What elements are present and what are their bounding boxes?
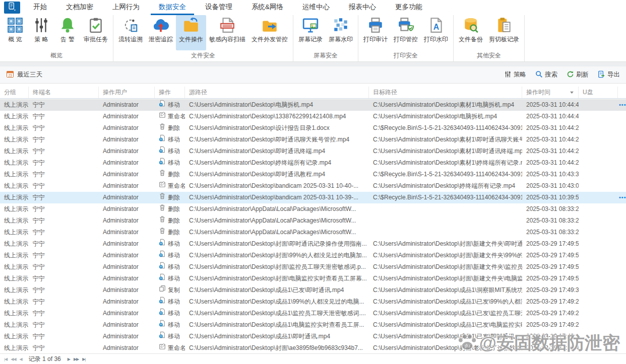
operation-label: 重命名 <box>168 342 185 354</box>
table-row-1[interactable]: 线上演示宁宁Administrator移动C:\Users\Administra… <box>0 99 626 111</box>
table-row-4[interactable]: 线上演示宁宁Administrator移动C:\Users\Administra… <box>0 134 626 145</box>
ribbon-item[interactable]: 泄密追踪 <box>146 15 176 50</box>
ribbon-item[interactable]: 敏感内容扫描 <box>206 15 248 50</box>
row-actions-ellipsis <box>618 261 626 273</box>
user-cell: Administrator <box>99 192 155 203</box>
table-row-2[interactable]: 线上演示宁宁Administrator重命名C:\Users\Administr… <box>0 111 626 122</box>
table-row-8[interactable]: 线上演示宁宁Administrator重命名C:\Users\Administr… <box>0 180 626 192</box>
tab-5[interactable]: 设备管理 <box>197 0 240 15</box>
ribbon-item[interactable]: A打印水印 <box>421 15 451 50</box>
column-header-label: 目标路径 <box>373 88 397 97</box>
file-operations-icon <box>182 17 200 34</box>
first-page-icon[interactable]: |◀ <box>4 357 7 361</box>
table-row-3[interactable]: 线上演示宁宁Administrator删除C:\Users\Administra… <box>0 122 626 134</box>
target-path-cell: C:\Users\Administrator\Desktop\封面\新建文件夹\… <box>369 238 522 250</box>
user-cell: Administrator <box>99 284 155 296</box>
ribbon-item[interactable]: 流转追溯 <box>115 15 146 50</box>
user-cell: Administrator <box>99 227 155 238</box>
operation-cell: 移动 <box>155 99 185 111</box>
fast-prev-icon[interactable]: ◀◀ <box>11 357 16 361</box>
ribbon-item[interactable]: 文件备份 <box>456 15 486 50</box>
source-path-cell: C:\Users\Administrator\Desktop\成品1\已发\即时… <box>185 284 369 296</box>
ribbon-item[interactable]: 审批任务 <box>81 15 111 50</box>
row-actions-ellipsis[interactable]: ••• <box>618 192 626 203</box>
table-row-14[interactable]: 线上演示宁宁Administrator移动C:\Users\Administra… <box>0 250 626 261</box>
table-row-20[interactable]: 线上演示宁宁Administrator移动C:\Users\Administra… <box>0 319 626 331</box>
search-button[interactable]: 搜索 <box>535 70 557 80</box>
tab-2[interactable]: 文档加密 <box>58 0 101 15</box>
table-row-21[interactable]: 线上演示宁宁Administrator移动C:\Users\Administra… <box>0 331 626 342</box>
date-range-filter[interactable]: 23 最近三天 <box>6 70 42 80</box>
table-row-12[interactable]: 线上演示宁宁Administrator删除C:\Users\Administra… <box>0 227 626 238</box>
ribbon-item[interactable]: 告 警 <box>54 15 81 50</box>
delete-icon <box>159 122 166 134</box>
source-path-cell: C:\Users\Administrator\Desktop\即时通讯终端.mp… <box>185 145 369 157</box>
table-row-22[interactable]: 线上演示宁宁Administrator重命名C:\Users\Administr… <box>0 342 626 354</box>
usb-cell <box>579 308 618 319</box>
row-actions-ellipsis <box>618 284 626 296</box>
policy-button[interactable]: 策略 <box>504 70 526 80</box>
ribbon-group-label: 概览 <box>2 50 111 62</box>
ribbon-item[interactable]: 概 览 <box>2 15 28 50</box>
column-header-6[interactable]: 目标路径 <box>369 87 522 98</box>
tab-4[interactable]: 数据安全 <box>151 0 194 15</box>
tab-6[interactable]: 系统&网络 <box>243 0 291 15</box>
tab-1[interactable]: 开始 <box>25 0 55 15</box>
ribbon-item[interactable]: 策 略 <box>28 15 54 50</box>
ribbon-item[interactable]: 文件外发管控 <box>248 15 291 50</box>
table-row-5[interactable]: 线上演示宁宁Administrator移动C:\Users\Administra… <box>0 145 626 157</box>
user-cell: Administrator <box>99 261 155 273</box>
prev-page-icon[interactable]: ◀ <box>20 357 22 361</box>
table-row-10[interactable]: 线上演示宁宁Administrator删除C:\Users\Administra… <box>0 203 626 215</box>
table-row-9[interactable]: 线上演示宁宁Administrator删除C:\Users\Administra… <box>0 192 626 203</box>
column-header-8[interactable]: U盘 <box>579 87 618 98</box>
source-path-cell: C:\Users\Administrator\Desktop\133876229… <box>185 111 369 122</box>
table-row-15[interactable]: 线上演示宁宁Administrator移动C:\Users\Administra… <box>0 261 626 273</box>
time-cell: 2025-03-31 08:33:22 <box>522 215 579 227</box>
ribbon-item-label: 流转追溯 <box>118 35 143 44</box>
ribbon-item[interactable]: 文件操作 <box>176 15 206 50</box>
tab-3[interactable]: 上网行为 <box>104 0 148 15</box>
ribbon-item[interactable]: 屏幕水印 <box>326 15 356 50</box>
table-row-16[interactable]: 线上演示宁宁Administrator移动C:\Users\Administra… <box>0 273 626 284</box>
table-row-7[interactable]: 线上演示宁宁Administrator删除C:\Users\Administra… <box>0 169 626 180</box>
usb-cell <box>579 250 618 261</box>
refresh-button[interactable]: 刷新 <box>567 70 589 80</box>
table-row-18[interactable]: 线上演示宁宁Administrator移动C:\Users\Administra… <box>0 296 626 308</box>
ribbon-item[interactable]: 打印管控 <box>391 15 421 50</box>
column-header-5[interactable]: 源路径 <box>185 87 369 98</box>
source-path-cell: C:\Users\Administrator\Desktop\成品1\电脑监控实… <box>185 319 369 331</box>
column-header-7[interactable]: 操作时间 <box>522 87 579 98</box>
terminal-cell: 宁宁 <box>29 331 99 342</box>
next-page-icon[interactable]: ▶ <box>68 357 70 361</box>
table-row-11[interactable]: 线上演示宁宁Administrator删除C:\Users\Administra… <box>0 215 626 227</box>
column-header-4[interactable]: 操作 <box>155 87 185 98</box>
user-cell: Administrator <box>99 122 155 134</box>
tab-9[interactable]: 更多功能 <box>387 0 430 15</box>
table-row-17[interactable]: 线上演示宁宁Administrator复制C:\Users\Administra… <box>0 284 626 296</box>
table-row-19[interactable]: 线上演示宁宁Administrator移动C:\Users\Administra… <box>0 308 626 319</box>
column-header-1[interactable]: 分组 <box>0 87 29 98</box>
table-row-6[interactable]: 线上演示宁宁Administrator移动C:\Users\Administra… <box>0 157 626 169</box>
ribbon-item[interactable]: 屏幕记录 <box>295 15 326 50</box>
operation-cell: 复制 <box>155 284 185 296</box>
filter-dropdown-icon[interactable] <box>570 89 574 96</box>
operation-label: 移动 <box>168 273 180 284</box>
target-path-cell <box>369 227 522 238</box>
tab-7[interactable]: 运维中心 <box>294 0 338 15</box>
row-actions-ellipsis[interactable]: ••• <box>618 99 626 111</box>
app-menu-button[interactable] <box>4 2 20 14</box>
export-button[interactable]: 导出 <box>598 70 620 80</box>
column-header-2[interactable]: 终端名 <box>29 87 99 98</box>
last-page-icon[interactable]: ▶| <box>82 357 85 361</box>
column-header-3[interactable]: 操作用户 <box>99 87 155 98</box>
ribbon-item[interactable]: 打印审计 <box>360 15 391 50</box>
ribbon-item[interactable]: 剪切板记录 <box>486 15 522 50</box>
tab-8[interactable]: 报表中心 <box>341 0 384 15</box>
target-path-cell: C:\Users\Administrator\Desktop\素材1\婷终端所有… <box>369 157 522 169</box>
app-menu-icon <box>7 2 17 14</box>
table-row-13[interactable]: 线上演示宁宁Administrator移动C:\Users\Administra… <box>0 238 626 250</box>
row-actions-ellipsis <box>618 203 626 215</box>
fast-next-icon[interactable]: ▶▶ <box>74 357 79 361</box>
move-icon <box>159 157 166 169</box>
